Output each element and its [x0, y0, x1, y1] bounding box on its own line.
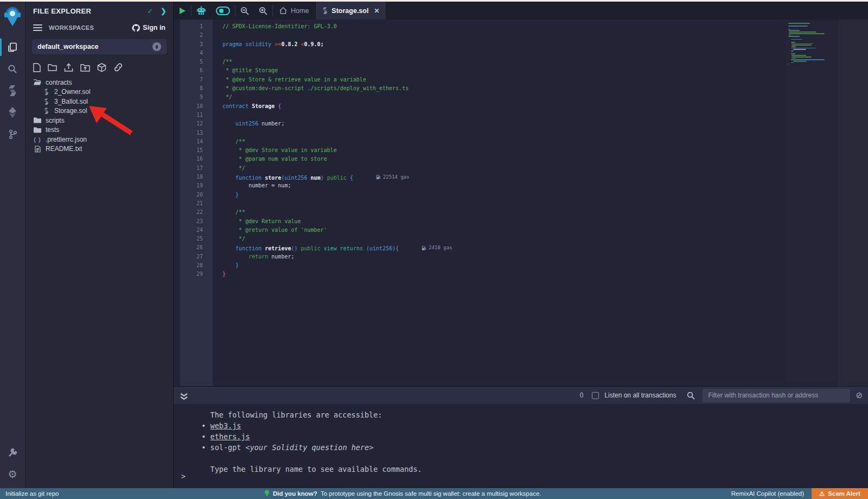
copilot-status[interactable]: RemixAI Copilot (enabled) [731, 490, 804, 497]
line-number: 17 [180, 164, 213, 173]
code-editor[interactable]: 1234567891011121314151617181920212223242… [174, 20, 868, 386]
code-content[interactable]: // SPDX-License-Identifier: GPL-3.0pragm… [213, 20, 868, 386]
tab-storage-sol[interactable]: Storage.sol ✕ [316, 2, 386, 20]
transaction-count: 0 [580, 391, 584, 399]
sidebar-item-search[interactable] [0, 58, 25, 80]
zoom-out-button[interactable] [235, 2, 254, 20]
minimap-line [789, 31, 816, 33]
new-folder-icon[interactable] [48, 63, 57, 72]
tree-item-tests[interactable]: tests [25, 125, 173, 135]
upload-folder-icon[interactable] [80, 63, 90, 72]
line-number: 6 [180, 66, 213, 75]
tree-item-storage-sol[interactable]: Storage.sol [25, 106, 173, 116]
doc-icon [33, 146, 42, 153]
hamburger-menu-icon[interactable] [33, 23, 42, 33]
chevron-right-icon[interactable]: ❯ [161, 7, 167, 15]
sign-in-label: Sign in [143, 24, 165, 31]
line-number: 1 [180, 22, 213, 31]
minimap-line [792, 55, 807, 56]
code-line-9: */ [222, 93, 868, 102]
line-number: 26 [180, 243, 213, 252]
line-number: 15 [180, 146, 213, 155]
link-icon[interactable] [113, 63, 123, 72]
code-line-22: /** [222, 208, 868, 217]
sidebar-item-plugin-manager[interactable] [0, 441, 25, 463]
ai-copilot-button[interactable] [192, 2, 211, 20]
minimap-line [788, 24, 838, 26]
file-explorer-icon [7, 42, 18, 53]
line-number: 22 [180, 208, 213, 217]
box-icon[interactable] [97, 63, 106, 72]
clear-console-icon[interactable]: ⊘ [856, 390, 863, 400]
terminal-search-icon[interactable] [687, 391, 695, 400]
transaction-filter-input[interactable] [703, 389, 850, 402]
new-file-icon[interactable] [33, 63, 41, 72]
ethers-link[interactable]: ethers.js [210, 432, 250, 441]
minimap-line [792, 56, 812, 58]
web3-link[interactable]: web3.js [210, 421, 241, 430]
listen-transactions-checkbox[interactable] [592, 392, 599, 399]
copilot-toggle[interactable] [211, 2, 235, 20]
tree-item--prettierrc-json[interactable]: ( ).prettierrc.json [25, 135, 173, 144]
terminal-output[interactable]: The following libraries are accessible: … [174, 404, 868, 488]
scam-alert-button[interactable]: ⚠ Scam Alert [812, 488, 868, 499]
plug-icon [8, 447, 18, 458]
line-number: 13 [180, 129, 213, 137]
sidebar-item-file-explorer[interactable] [0, 36, 25, 58]
file-tree: contracts2_Owner.sol3_Ballot.solStorage.… [25, 77, 173, 154]
terminal-line: The following libraries are accessible: [193, 409, 868, 420]
tree-item-3-ballot-sol[interactable]: 3_Ballot.sol [25, 97, 173, 106]
tree-item-label: contracts [46, 79, 72, 86]
deploy-run-icon [8, 107, 17, 118]
select-arrows-icon: ▲▼ [152, 42, 161, 51]
editor-scrollbar[interactable] [838, 20, 868, 386]
gas-estimate-badge[interactable]: 22514 gas [376, 173, 410, 181]
minimap-line [788, 52, 838, 53]
code-line-17: */ [222, 164, 868, 173]
git-init-status[interactable]: Initialize as git repo [0, 490, 59, 497]
warning-icon: ⚠ [819, 490, 825, 497]
gas-estimate-badge[interactable]: 2410 gas [422, 243, 452, 252]
sidebar-item-deploy-run[interactable] [0, 102, 25, 123]
sidebar-item-settings[interactable]: ⚙ [0, 463, 25, 485]
code-line-28: } [222, 261, 868, 270]
upload-file-icon[interactable] [64, 63, 73, 72]
code-line-2 [222, 31, 868, 40]
terminal-line: • ethers.js [193, 431, 868, 442]
line-number: 11 [180, 111, 213, 119]
folder-icon [33, 117, 42, 124]
check-icon: ✓ [147, 7, 153, 15]
tab-home[interactable]: Home [273, 2, 316, 20]
sidebar-item-solidity-compiler[interactable] [0, 80, 25, 102]
zoom-in-button[interactable] [254, 2, 272, 20]
run-script-button[interactable] [174, 2, 191, 20]
minimap-line [789, 33, 825, 34]
sidebar-item-git[interactable] [0, 123, 25, 145]
remix-logo-icon[interactable] [3, 6, 22, 29]
terminal-prompt[interactable]: > [181, 472, 186, 481]
code-line-15: * @dev Store value in variable [222, 146, 868, 155]
collapse-terminal-icon[interactable]: ❯❯ [181, 392, 188, 399]
minimap[interactable] [785, 21, 838, 386]
tree-item-label: 2_Owner.sol [54, 88, 91, 96]
sign-in-button[interactable]: Sign in [132, 24, 165, 32]
minimap-line [791, 48, 816, 49]
workspace-select[interactable]: default_workspace ▲▼ [32, 39, 167, 54]
terminal-line [193, 453, 868, 464]
tree-item-2-owner-sol[interactable]: 2_Owner.sol [25, 87, 173, 97]
tree-item-label: scripts [46, 117, 65, 124]
tree-item-contracts[interactable]: contracts [25, 78, 173, 87]
minimap-line [791, 42, 795, 43]
editor-tabbar: Home Storage.sol ✕ [174, 2, 868, 20]
minimap-line [793, 49, 806, 50]
tree-item-scripts[interactable]: scripts [25, 116, 173, 125]
line-number: 3 [180, 40, 213, 49]
minimap-line [792, 45, 812, 46]
code-line-25: */ [222, 235, 868, 243]
tree-item-label: README.txt [46, 145, 82, 153]
tree-item-readme-txt[interactable]: README.txt [25, 144, 173, 154]
minimap-line [788, 27, 838, 28]
minimap-line [788, 26, 808, 27]
close-tab-icon[interactable]: ✕ [374, 7, 379, 15]
github-icon [132, 24, 140, 32]
